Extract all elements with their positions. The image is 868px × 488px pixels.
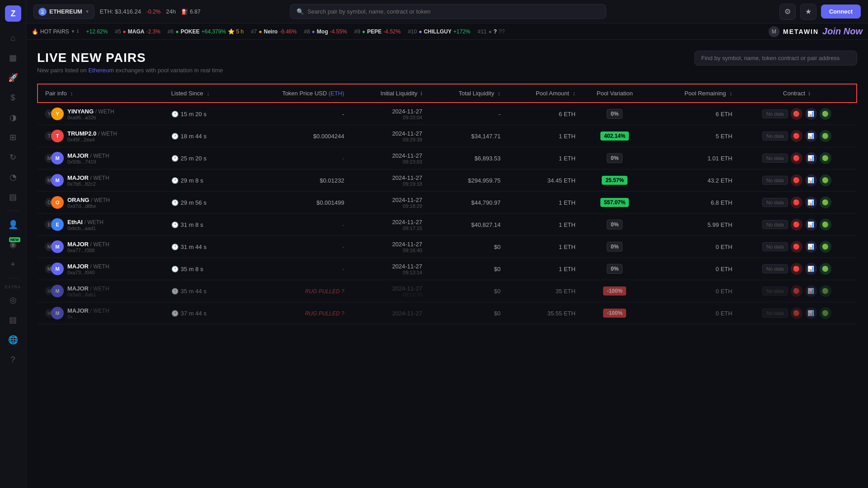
table-row[interactable]: M M MAJOR / WETH 0x5a9...8ab1 🕐 35 m 44 … [38, 280, 857, 302]
sidebar-item-refresh[interactable]: ↻ [4, 148, 22, 166]
sidebar-item-home[interactable]: ⌂ [4, 29, 22, 47]
chain-selector[interactable]: Ξ ETHEREUM ▼ [33, 5, 94, 19]
token-price-cell: $0.001499 [240, 192, 349, 214]
ticker-item-maga[interactable]: #5 ● MAGA -2.3% [115, 28, 160, 35]
token-price-cell: - [240, 147, 349, 169]
app-logo[interactable]: Z [5, 5, 21, 22]
table-row[interactable]: T T TRUMP2.0 / WETH 0x45f...2ea4 🕐 18 m … [38, 125, 857, 147]
sidebar-item-new-pairs[interactable]: 🚀 [4, 69, 22, 87]
sidebar-item-extra2[interactable]: ▤ [4, 311, 22, 329]
ticker-item-mog[interactable]: #8 ● Mog -4.55% [304, 28, 347, 35]
sidebar-item-globe[interactable]: 🌐 [4, 331, 22, 349]
dexscreener-button[interactable]: 🔴 [791, 285, 802, 297]
link-button[interactable]: 🟢 [820, 197, 831, 208]
chart-button[interactable]: 📊 [805, 130, 817, 142]
hot-pairs-label[interactable]: 🔥 HOT PAIRS ▼ ℹ [32, 28, 79, 35]
table-row[interactable]: M M MAJOR / WETH 0x7b8...82c2 🕐 29 m 8 s [38, 169, 857, 192]
chart-button[interactable]: 📊 [805, 197, 817, 208]
chart-button[interactable]: 📊 [805, 152, 817, 164]
chart-button[interactable]: 📊 [805, 241, 817, 253]
sidebar-item-profile[interactable]: 👤 [4, 216, 22, 234]
eth-price: ETH: $3,416.24 [100, 8, 141, 15]
search-input[interactable] [307, 8, 599, 15]
table-row[interactable]: M M MAJOR / WETH 0xa77...f388 🕐 31 m 44 … [38, 236, 857, 258]
link-button[interactable]: 🟢 [820, 174, 831, 186]
sidebar-item-analytics[interactable]: ◑ [4, 108, 22, 127]
dexscreener-button[interactable]: 🔴 [791, 263, 802, 275]
sidebar-item-monitor[interactable]: ▤ [4, 188, 22, 206]
ticker-item-unknown[interactable]: #11 ● ? ?? [477, 28, 505, 35]
table-row[interactable]: Y Y YINYANG / WETH 0xa86...a32b 🕐 15 m 2… [38, 103, 857, 125]
rug-pulled-label: RUG PULLED ? [305, 288, 344, 295]
dexscreener-button[interactable]: 🔴 [791, 219, 802, 230]
connect-button[interactable]: Connect [821, 5, 861, 19]
dexscreener-button[interactable]: 🔴 [791, 108, 802, 120]
chart-button[interactable]: 📊 [805, 263, 817, 275]
ticker-item-chillguy[interactable]: #10 ● CHILLGUY +172% [408, 28, 470, 35]
chart-button[interactable]: 📊 [805, 108, 817, 120]
settings-button[interactable]: ⚙ [779, 4, 796, 20]
link-button[interactable]: 🟢 [820, 241, 831, 253]
global-search[interactable]: 🔍 [290, 4, 606, 19]
metawin-banner[interactable]: M METAWIN Join Now [769, 26, 863, 37]
link-button[interactable]: 🟢 [820, 285, 831, 297]
hot-pairs-text: HOT PAIRS [40, 28, 69, 35]
sidebar-item-extra1[interactable]: ◎ [4, 291, 22, 309]
pair-filter-input[interactable] [694, 51, 857, 66]
ticker-item-pokee[interactable]: #6 ● POKEE +64,379% ⭐ 5 h [168, 28, 244, 35]
chart-button[interactable]: 📊 [805, 219, 817, 230]
col-pair-info[interactable]: Pair info ↕ [38, 84, 167, 103]
watchlist-button[interactable]: ★ [800, 4, 816, 20]
clock-icon: 🕐 [171, 266, 179, 272]
dexscreener-button[interactable]: 🔴 [791, 130, 802, 142]
ethereum-link[interactable]: Ethereum [88, 67, 113, 74]
col-total-liquidity[interactable]: Total Liquidity ↕ [427, 84, 505, 103]
col-listed-since[interactable]: Listed Since ↓ [167, 84, 240, 103]
token-price: - [342, 111, 344, 117]
link-button[interactable]: 🟢 [820, 263, 831, 275]
initial-liquidity-cell: 2024-11-27 09:18:29 [349, 192, 426, 214]
sidebar-item-dashboard[interactable]: ▦ [4, 49, 22, 67]
link-button[interactable]: 🟢 [820, 108, 831, 120]
ticker-item-0[interactable]: +12.62% [86, 28, 108, 35]
table-row[interactable]: M M MAJOR / WETH 0xa73...f040 🕐 35 m 8 s [38, 258, 857, 280]
sidebar-item-new[interactable]: ◉ NEW [4, 235, 22, 253]
link-button[interactable]: 🟢 [820, 219, 831, 230]
table-row[interactable]: M M MAJOR / WETH 0x... 🕐 37 m 44 s [38, 302, 857, 324]
sidebar-item-grid[interactable]: ⊞ [4, 128, 22, 146]
dexscreener-button[interactable]: 🔴 [791, 241, 802, 253]
extra2-icon: ▤ [9, 315, 17, 325]
ticker-item-neiro[interactable]: #7 ● Neiro -9.46% [251, 28, 297, 35]
sidebar-item-chart[interactable]: ◔ [4, 168, 22, 186]
col-pool-remaining[interactable]: Pool Remaining ↕ [650, 84, 737, 103]
sidebar-item-add[interactable]: + [4, 255, 22, 273]
link-button[interactable]: 🟢 [820, 152, 831, 164]
dexscreener-button[interactable]: 🔴 [791, 197, 802, 208]
dexscreener-button[interactable]: 🔴 [791, 307, 802, 319]
dexscreener-button[interactable]: 🔴 [791, 152, 802, 164]
dexscreener-button[interactable]: 🔴 [791, 174, 802, 186]
col-initial-liquidity[interactable]: Initial Liquidity ℹ [349, 84, 426, 103]
contract-no-data: No data [762, 242, 788, 251]
join-now-label[interactable]: Join Now [822, 26, 863, 37]
sidebar-item-wallet[interactable]: $ [4, 89, 22, 107]
listed-since-cell: 🕐 29 m 56 s [167, 192, 240, 214]
initial-liquidity-cell: 2024-11-27 [349, 302, 426, 324]
sidebar-item-help[interactable]: ? [4, 351, 22, 369]
table-row[interactable]: M M MAJOR / WETH 0x50b...7419 🕐 25 m 20 … [38, 147, 857, 169]
initial-liquidity-date: 2024-11-27 09:33:04 [353, 108, 422, 120]
col-token-price[interactable]: Token Price USD (ETH) [240, 84, 349, 103]
col-pool-amount[interactable]: Pool Amount ↕ [505, 84, 580, 103]
pair-avatar: M [51, 240, 64, 253]
ticker-item-pepe[interactable]: #9 ● PEPE -4.52% [354, 28, 401, 35]
pair-name: ORANG [67, 197, 89, 203]
chart-button[interactable]: 📊 [805, 307, 817, 319]
pool-remaining-cell: 5 ETH [650, 125, 737, 147]
table-row[interactable]: O O ORANG / WETH 0xd7d...d8be 🕐 29 m 56 … [38, 192, 857, 214]
chart-button[interactable]: 📊 [805, 174, 817, 186]
chart-button[interactable]: 📊 [805, 285, 817, 297]
link-button[interactable]: 🟢 [820, 307, 831, 319]
table-row[interactable]: E E EthAI / WETH 0xbcb...aad1 🕐 31 m 8 s [38, 214, 857, 236]
rocket-icon: 🚀 [8, 73, 18, 83]
link-button[interactable]: 🟢 [820, 130, 831, 142]
